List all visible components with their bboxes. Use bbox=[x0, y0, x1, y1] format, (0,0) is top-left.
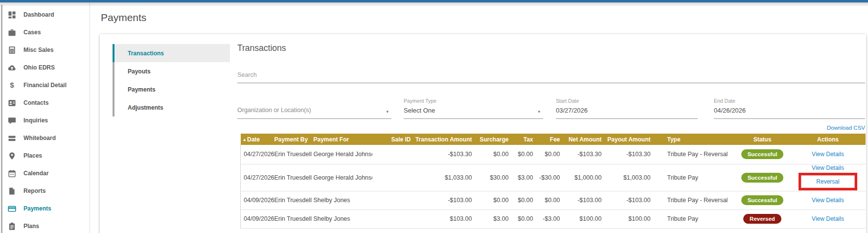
sidebar-item-dashboard[interactable]: Dashboard bbox=[3, 6, 90, 23]
cell-sale-id bbox=[372, 210, 414, 228]
reversal-link[interactable]: Reversal bbox=[816, 178, 839, 185]
sidebar-item-financial-detail[interactable]: $ Financial Detail bbox=[3, 76, 90, 94]
cell-payment-for: George Herald Johnson bbox=[314, 145, 372, 164]
sidebar-item-label: Payments bbox=[23, 205, 51, 212]
start-date-input[interactable] bbox=[556, 107, 698, 114]
subnav-item-payments[interactable]: Payments bbox=[113, 80, 230, 98]
sidebar-item-misc-sales[interactable]: Misc Sales bbox=[3, 41, 90, 59]
cell-actions: View Details bbox=[791, 191, 866, 210]
sidebar-item-ohio-edrs[interactable]: Ohio EDRS bbox=[3, 59, 90, 76]
column-header-surcharge[interactable]: Surcharge bbox=[475, 134, 512, 145]
sidebar-item-inquiries[interactable]: Inquiries bbox=[3, 112, 90, 129]
column-header-net-amount[interactable]: Net Amount bbox=[563, 134, 605, 145]
cell-surcharge: $3.00 bbox=[475, 210, 512, 228]
cell-surcharge: $0.00 bbox=[475, 191, 512, 210]
cell-net-amount: -$103.30 bbox=[563, 145, 605, 164]
organization-filter[interactable]: Organization or Location(s) ▾ bbox=[237, 98, 391, 119]
sidebar-item-contacts[interactable]: Contacts bbox=[3, 94, 90, 112]
subnav-item-label: Adjustments bbox=[114, 104, 163, 111]
transactions-section: Transactions Organization or Location(s)… bbox=[237, 34, 865, 233]
left-scrollbar[interactable] bbox=[1, 5, 2, 233]
view-details-link[interactable]: View Details bbox=[812, 151, 844, 158]
sidebar-item-cases[interactable]: Cases bbox=[3, 23, 90, 41]
column-header-payout-amount[interactable]: Payout Amount bbox=[605, 134, 654, 145]
search-input[interactable] bbox=[237, 71, 865, 83]
svg-text:$: $ bbox=[10, 81, 14, 89]
sidebar-item-label: Calendar bbox=[23, 170, 48, 177]
start-date-field[interactable]: Start Date bbox=[556, 98, 698, 119]
cell-fee: -$30.00 bbox=[536, 164, 563, 191]
dropdown-arrow-icon: ▾ bbox=[538, 109, 540, 114]
sidebar-item-label: Cases bbox=[23, 29, 41, 36]
dashboard-icon bbox=[8, 11, 16, 19]
table-row: 04/09/2026 Erin Truesdell Shelby Jones -… bbox=[241, 191, 866, 210]
contact-card-icon bbox=[8, 99, 16, 107]
sidebar-item-whiteboard[interactable]: Whiteboard bbox=[3, 129, 90, 147]
end-date-input[interactable] bbox=[714, 107, 865, 114]
sidebar-item-payments[interactable]: Payments bbox=[3, 200, 90, 217]
sidebar-item-calendar[interactable]: Calendar bbox=[3, 164, 90, 182]
cell-net-amount: -$103.00 bbox=[563, 191, 605, 210]
cell-tax: $0.00 bbox=[512, 145, 536, 164]
sidebar-item-label: Plans bbox=[23, 223, 39, 230]
column-header-transaction-amount[interactable]: Transaction Amount bbox=[414, 134, 475, 145]
cell-status: Reversed bbox=[734, 210, 791, 228]
page-title: Payments bbox=[101, 12, 146, 23]
cell-payout-amount: -$103.00 bbox=[605, 191, 654, 210]
cell-payout-amount: $100.00 bbox=[605, 210, 654, 228]
view-details-link[interactable]: View Details bbox=[812, 215, 844, 222]
column-header-payment-by[interactable]: Payment By bbox=[274, 134, 314, 145]
table-header-row: ▴Date Payment By Payment For Sale ID Tra… bbox=[241, 134, 866, 145]
status-badge: Successful bbox=[741, 173, 784, 183]
cell-payment-for: Shelby Jones bbox=[314, 191, 372, 210]
cell-type: Tribute Pay - Reversal bbox=[654, 191, 734, 210]
table-row: 04/09/2026 Erin Truesdell Shelby Jones $… bbox=[241, 210, 866, 228]
cell-transaction-amount: $1,033.00 bbox=[414, 164, 475, 191]
sidebar-divider bbox=[90, 2, 90, 233]
cell-date: 04/09/2026 bbox=[241, 191, 274, 210]
cell-sale-id bbox=[372, 164, 414, 191]
cell-date: 04/27/2026 bbox=[241, 164, 274, 191]
filter-label: Payment Type bbox=[404, 98, 543, 104]
sidebar-item-reports[interactable]: Reports bbox=[3, 182, 90, 200]
subnav-item-adjustments[interactable]: Adjustments bbox=[113, 98, 230, 116]
column-header-date[interactable]: ▴Date bbox=[241, 134, 274, 145]
cell-date: 04/09/2026 bbox=[241, 210, 274, 228]
column-header-actions[interactable]: Actions bbox=[791, 134, 866, 145]
cell-payment-by: Erin Truesdell bbox=[274, 145, 314, 164]
column-header-fee[interactable]: Fee bbox=[536, 134, 563, 145]
end-date-field[interactable]: End Date bbox=[714, 98, 865, 119]
sidebar-item-plans[interactable]: Plans bbox=[3, 217, 90, 233]
payment-type-filter[interactable]: Payment Type Select One ▾ bbox=[404, 98, 543, 119]
cell-type: Tribute Pay - Reversal bbox=[654, 145, 734, 164]
column-header-sale-id[interactable]: Sale ID bbox=[372, 134, 414, 145]
view-details-link[interactable]: View Details bbox=[812, 197, 844, 204]
download-csv-link[interactable]: Download CSV bbox=[827, 125, 865, 131]
cell-fee: $0.00 bbox=[536, 191, 563, 210]
cell-actions: View Details Reversal bbox=[791, 164, 866, 191]
cell-payout-amount: $1,003.00 bbox=[605, 164, 654, 191]
cell-payout-amount: -$103.30 bbox=[605, 145, 654, 164]
filter-label bbox=[237, 98, 391, 104]
column-header-tax[interactable]: Tax bbox=[512, 134, 536, 145]
top-bar-shadow bbox=[0, 2, 868, 7]
subnav-item-transactions[interactable]: Transactions bbox=[113, 44, 230, 62]
view-details-link[interactable]: View Details bbox=[812, 164, 844, 171]
sidebar-item-places[interactable]: Places bbox=[3, 147, 90, 164]
sidebar-item-label: Inquiries bbox=[23, 117, 48, 124]
subnav-item-payouts[interactable]: Payouts bbox=[113, 62, 230, 80]
credit-card-icon bbox=[8, 205, 16, 213]
cell-payment-by: Erin Truesdell bbox=[274, 164, 314, 191]
column-header-status[interactable]: Status bbox=[734, 134, 791, 145]
cell-sale-id bbox=[372, 191, 414, 210]
cell-date: 04/27/2026 bbox=[241, 145, 274, 164]
cell-status: Successful bbox=[734, 191, 791, 210]
column-header-payment-for[interactable]: Payment For bbox=[314, 134, 372, 145]
column-header-type[interactable]: Type bbox=[654, 134, 734, 145]
cell-payment-for: George Herald Johnson bbox=[314, 164, 372, 191]
cell-fee: -$3.00 bbox=[536, 210, 563, 228]
cell-transaction-amount: -$103.00 bbox=[414, 191, 475, 210]
cell-payment-by: Erin Truesdell bbox=[274, 210, 314, 228]
sidebar-item-label: Misc Sales bbox=[23, 47, 53, 53]
subnav-item-label: Transactions bbox=[114, 50, 164, 57]
